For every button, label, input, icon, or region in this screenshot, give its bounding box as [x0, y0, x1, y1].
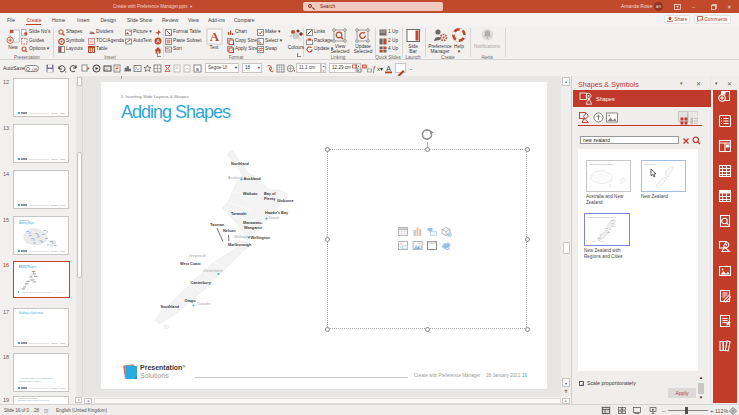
- svg-text:Tar: Tar: [605, 228, 608, 229]
- svg-text:Dunedin: Dunedin: [198, 302, 211, 306]
- svg-text:A: A: [156, 38, 160, 44]
- svg-text:Sth: Sth: [593, 240, 596, 242]
- svg-text:Christchurch: Christchurch: [203, 269, 223, 273]
- svg-text:Nelson: Nelson: [223, 229, 236, 233]
- svg-text:Manawatu-: Manawatu-: [243, 221, 263, 225]
- svg-text:A: A: [210, 29, 220, 44]
- svg-text:x▾: x▾: [377, 66, 383, 72]
- svg-text:Otg: Otg: [601, 240, 604, 242]
- svg-text:BoP: BoP: [612, 226, 615, 227]
- svg-text:Taranaki: Taranaki: [231, 212, 246, 216]
- svg-text:Auckland: Auckland: [244, 177, 262, 181]
- svg-text:Greymouth: Greymouth: [189, 254, 206, 258]
- svg-text:Canterbury: Canterbury: [191, 281, 212, 285]
- svg-text:Northland: Northland: [231, 162, 250, 166]
- svg-text:Plenty: Plenty: [264, 197, 276, 201]
- svg-text:West Coast: West Coast: [180, 262, 201, 266]
- svg-text:Wellington: Wellington: [251, 236, 271, 240]
- svg-text:Waikato: Waikato: [243, 192, 258, 196]
- svg-text:Napier: Napier: [269, 216, 280, 220]
- svg-text:Gisborne: Gisborne: [277, 199, 294, 203]
- svg-text:ƒ: ƒ: [372, 65, 376, 73]
- svg-text:a: a: [196, 66, 199, 72]
- svg-text:Wellington: Wellington: [234, 235, 250, 239]
- svg-text:Auckland: Auckland: [228, 176, 242, 180]
- svg-text:Southland: Southland: [161, 305, 180, 309]
- svg-text:Wanganui: Wanganui: [244, 226, 262, 230]
- svg-text:North: North: [610, 219, 614, 221]
- svg-text:Otago: Otago: [185, 299, 197, 303]
- svg-text:A: A: [386, 65, 391, 72]
- svg-text:Marlborough: Marlborough: [228, 243, 252, 247]
- svg-text:▾: ▾: [294, 68, 295, 73]
- svg-text:Bay of: Bay of: [264, 192, 276, 196]
- svg-text:Hawke's Bay: Hawke's Bay: [265, 211, 289, 215]
- svg-text:Tasman: Tasman: [210, 223, 225, 227]
